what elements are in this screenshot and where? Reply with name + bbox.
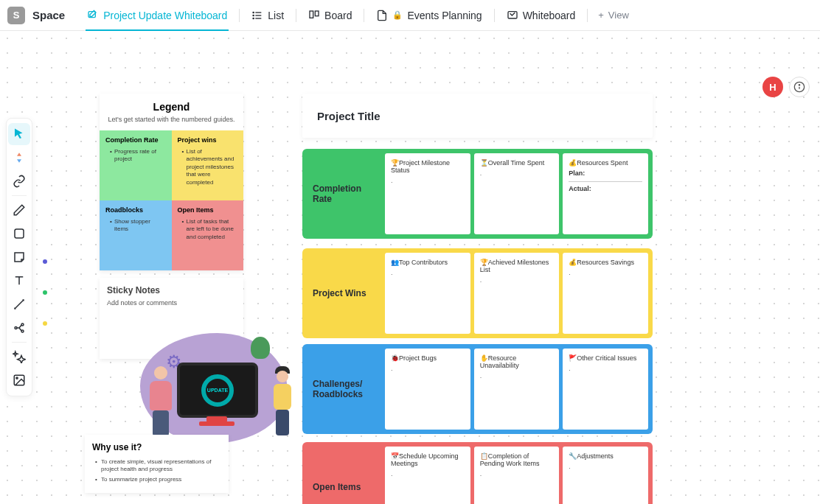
section-card[interactable]: ✋Resource Unavailability. — [474, 349, 560, 430]
tool-cursor[interactable] — [8, 123, 30, 145]
pen-icon — [13, 203, 26, 217]
tool-text[interactable] — [8, 270, 30, 292]
tool-mindmap[interactable] — [8, 317, 30, 339]
tab-board[interactable]: Board — [299, 0, 361, 31]
card-bullet: . — [569, 365, 642, 372]
update-ring: UPDATE — [201, 374, 234, 407]
legend-open: Open Items List of tasks that are left t… — [172, 200, 244, 270]
card-title: ✋Resource Unavailability — [480, 354, 554, 369]
section-challenges[interactable]: Challenges/ Roadblocks 🐞Project Bugs. ✋R… — [302, 344, 653, 434]
section-card[interactable]: 🏆Achieved Milestones List. — [474, 253, 560, 334]
section-cards: 🏆Project Milestone Status . ⏳Overall Tim… — [385, 153, 648, 234]
svg-point-4 — [253, 12, 254, 13]
tab-label: Board — [324, 10, 352, 21]
card-bullet: . — [569, 269, 642, 276]
tab-divider — [494, 9, 495, 22]
section-card[interactable]: 🐞Project Bugs. — [385, 349, 470, 430]
sticky-text: Add notes or comments — [107, 299, 236, 307]
section-completion[interactable]: Completion Rate 🏆Project Milestone Statu… — [302, 149, 653, 239]
section-card[interactable]: 📅Schedule Upcoming Meetings. — [385, 447, 470, 504]
card-actual-label: Actual: — [569, 185, 642, 192]
info-button[interactable] — [789, 77, 810, 97]
whiteboard-icon — [507, 10, 518, 21]
svg-point-16 — [21, 330, 24, 332]
tool-connector[interactable] — [8, 293, 30, 315]
plant-icon — [251, 337, 273, 366]
section-card[interactable]: 💰Resources Spent Plan: Actual: — [563, 153, 648, 234]
tool-ai[interactable] — [8, 346, 30, 368]
cursor-icon — [13, 127, 26, 141]
sticky-icon — [13, 251, 26, 264]
tab-list[interactable]: List — [243, 0, 293, 31]
project-title-card[interactable]: Project Title — [302, 94, 653, 138]
svg-point-5 — [253, 15, 254, 15]
mindmap-icon — [13, 321, 26, 335]
add-view-button[interactable]: + View — [591, 10, 636, 21]
section-card[interactable]: 💰Resources Savings. — [563, 253, 648, 334]
tool-link[interactable] — [8, 170, 30, 192]
tool-sticky[interactable] — [8, 246, 30, 268]
project-title: Project Title — [317, 110, 381, 122]
tool-templates[interactable] — [8, 147, 30, 169]
legend-completion: Completion Rate Progress rate of project — [100, 130, 172, 200]
svg-rect-7 — [310, 11, 313, 18]
color-dot-green[interactable] — [43, 290, 47, 295]
section-card[interactable]: ⏳Overall Time Spent . — [474, 153, 560, 234]
space-logo[interactable]: S — [7, 7, 25, 24]
sticky-title: Sticky Notes — [107, 285, 236, 295]
board-icon — [308, 10, 320, 21]
tab-project-update-whiteboard[interactable]: Project Update Whiteboard — [78, 0, 236, 31]
section-card[interactable]: 📋Completion of Pending Work Items. — [474, 447, 560, 504]
tab-divider — [587, 9, 588, 22]
legend-cell-item: List of tasks that are left to be done a… — [182, 218, 238, 241]
whiteboard-canvas[interactable]: H Legend Let's get started with the numb… — [0, 31, 820, 504]
why-title: Why use it? — [92, 442, 221, 452]
section-open[interactable]: Open Items 📅Schedule Upcoming Meetings. … — [302, 442, 653, 504]
space-label[interactable]: Space — [32, 9, 65, 21]
card-title: 📅Schedule Upcoming Meetings — [391, 452, 465, 467]
legend-cell-title: Completion Rate — [105, 136, 166, 144]
color-dot-yellow[interactable] — [43, 321, 47, 326]
tab-label: Whiteboard — [523, 10, 576, 21]
why-use-it-card[interactable]: Why use it? To create simple, visual rep… — [85, 435, 229, 493]
monitor-icon: UPDATE — [177, 363, 258, 418]
tool-pen[interactable] — [8, 199, 30, 221]
tab-divider — [296, 9, 296, 22]
section-wins[interactable]: Project Wins 👥Top Contributors. 🏆Achieve… — [302, 248, 653, 338]
card-title: 🔧Adjustments — [569, 452, 642, 460]
tab-label: Project Update Whiteboard — [103, 10, 227, 21]
card-title: 🏆Project Milestone Status — [391, 159, 465, 174]
person-right-icon — [269, 366, 295, 436]
topbar: S Space Project Update Whiteboard List B… — [0, 0, 820, 31]
legend-header: Legend Let's get started with the number… — [100, 94, 243, 130]
user-avatar[interactable]: H — [762, 77, 783, 97]
card-divider — [569, 181, 642, 182]
link-icon — [13, 175, 26, 188]
color-dot-blue[interactable] — [43, 259, 47, 264]
card-title: 💰Resources Savings — [569, 259, 642, 266]
legend-grid: Completion Rate Progress rate of project… — [100, 130, 243, 270]
doc-icon — [376, 10, 388, 21]
card-title: 📋Completion of Pending Work Items — [480, 452, 554, 467]
section-card[interactable]: 👥Top Contributors. — [385, 253, 470, 334]
why-item: To create simple, visual representations… — [95, 458, 221, 474]
legend-cell-item: List of achievements and project milesto… — [182, 148, 238, 186]
legend-card[interactable]: Legend Let's get started with the number… — [100, 94, 243, 270]
card-bullet: . — [391, 177, 465, 184]
card-bullet: . — [480, 372, 554, 379]
tool-shape[interactable] — [8, 223, 30, 245]
section-card[interactable]: 🚩Other Critical Issues. — [563, 349, 648, 430]
tab-events-planning[interactable]: 🔒 Events Planning — [367, 0, 490, 31]
card-bullet: . — [480, 169, 554, 177]
tab-whiteboard[interactable]: Whiteboard — [498, 0, 585, 31]
section-label: Completion Rate — [307, 153, 381, 234]
legend-cell-item: Progress rate of project — [110, 148, 166, 164]
section-cards: 🐞Project Bugs. ✋Resource Unavailability.… — [385, 349, 648, 430]
section-card[interactable]: 🔧Adjustments. — [563, 447, 648, 504]
tool-image[interactable] — [8, 369, 30, 391]
list-icon — [251, 10, 263, 21]
plus-icon: + — [598, 10, 604, 21]
section-card[interactable]: 🏆Project Milestone Status . — [385, 153, 470, 234]
card-bullet: . — [569, 463, 642, 470]
card-plan-label: Plan: — [569, 169, 642, 177]
